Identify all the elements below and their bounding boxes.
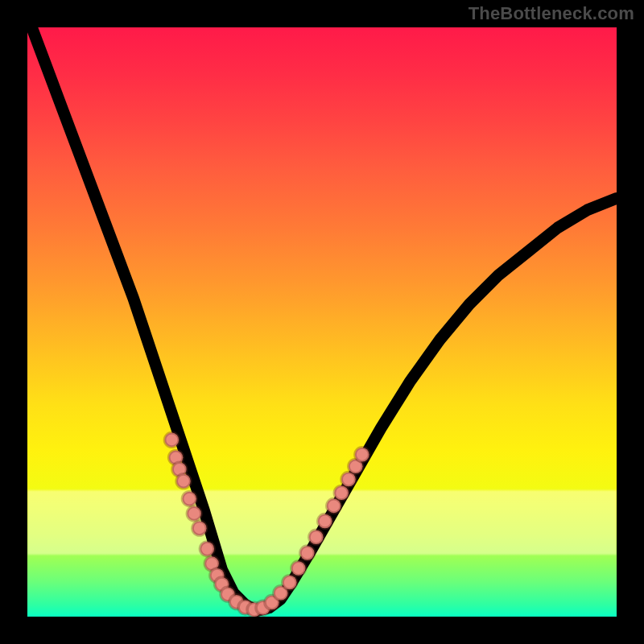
marker-dot — [192, 521, 207, 535]
marker-dot — [291, 561, 306, 576]
marker-dot — [355, 448, 369, 462]
watermark-text: TheBottleneck.com — [469, 3, 634, 24]
plot-area — [27, 27, 617, 617]
marker-dot — [300, 546, 315, 560]
marker-dot — [334, 485, 349, 500]
marker-dot — [283, 576, 297, 590]
marker-dot — [187, 506, 201, 521]
marker-dot — [165, 433, 180, 448]
marker-dot — [318, 514, 332, 529]
marker-group — [165, 433, 369, 617]
marker-dot — [309, 530, 324, 544]
marker-dot — [183, 492, 197, 506]
marker-dot — [200, 542, 214, 556]
chart-svg — [27, 27, 617, 617]
chart-frame: TheBottleneck.com — [0, 0, 644, 644]
marker-dot — [176, 474, 191, 489]
